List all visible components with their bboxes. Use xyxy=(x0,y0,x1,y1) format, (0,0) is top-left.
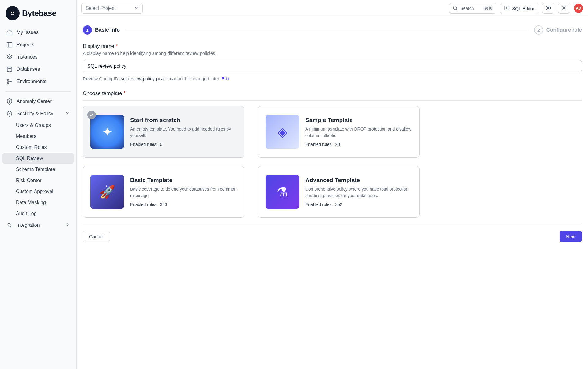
svg-line-12 xyxy=(456,9,457,10)
gear-icon xyxy=(561,5,567,12)
avatar-initials: AD xyxy=(576,6,581,10)
wizard-steps: 1 Basic info 2 Configure rule xyxy=(83,25,582,35)
sidebar-item-label: Custom Roles xyxy=(16,145,47,150)
sidebar-item-data-masking[interactable]: Data Masking xyxy=(2,197,74,208)
footer-divider xyxy=(83,225,582,225)
sidebar-item-users-groups[interactable]: Users & Groups xyxy=(2,120,74,131)
step-connector xyxy=(125,30,529,30)
sidebar-item-databases[interactable]: Databases xyxy=(2,63,74,75)
sidebar-item-label: Security & Policy xyxy=(17,111,53,116)
main: Select Project Search ⌘ K SQL Editor AD xyxy=(77,0,588,369)
layers-icon xyxy=(6,54,13,60)
sidebar: Bytebase My Issues Projects Instances Da… xyxy=(0,0,77,369)
required-indicator: * xyxy=(123,90,126,96)
svg-point-6 xyxy=(7,79,9,81)
project-selector[interactable]: Select Project xyxy=(81,3,143,14)
template-card-sample[interactable]: ◈ Sample Template A minimum template wit… xyxy=(258,106,420,158)
projects-icon xyxy=(6,41,13,48)
link-icon xyxy=(6,222,13,229)
sidebar-item-label: Users & Groups xyxy=(16,123,51,128)
template-illustration-icon: ◈ xyxy=(266,115,299,149)
template-title: Basic Template xyxy=(130,177,237,184)
cancel-button[interactable]: Cancel xyxy=(83,231,110,242)
svg-point-0 xyxy=(9,10,16,17)
sidebar-item-custom-approval[interactable]: Custom Approval xyxy=(2,186,74,197)
avatar[interactable]: AD xyxy=(574,4,583,13)
choose-template-label: Choose template * xyxy=(83,90,582,97)
sidebar-item-label: Data Masking xyxy=(16,200,46,205)
template-illustration-icon: 🚀 xyxy=(90,175,124,209)
svg-rect-3 xyxy=(7,43,9,47)
sidebar-item-security-policy[interactable]: Security & Policy xyxy=(2,108,74,120)
shield-alert-icon xyxy=(6,98,13,105)
template-description: An empty template. You need to add neede… xyxy=(130,126,237,139)
sidebar-item-my-issues[interactable]: My Issues xyxy=(2,26,74,39)
chevron-down-icon xyxy=(134,5,139,11)
nav-divider xyxy=(6,91,71,92)
sidebar-item-label: Audit Log xyxy=(16,211,37,216)
brand-name: Bytebase xyxy=(22,9,56,18)
sidebar-item-anomaly-center[interactable]: Anomaly Center xyxy=(2,95,74,108)
search-icon xyxy=(452,5,458,12)
sidebar-item-label: Projects xyxy=(17,42,34,48)
sidebar-item-sql-review[interactable]: SQL Review xyxy=(2,153,74,164)
display-name-input[interactable] xyxy=(83,60,582,72)
template-title: Start from scratch xyxy=(130,117,237,124)
step-number: 2 xyxy=(534,25,543,35)
review-config-id: sql-review-policy-pxat xyxy=(121,76,165,81)
brand-logo[interactable]: Bytebase xyxy=(2,4,74,26)
sidebar-item-projects[interactable]: Projects xyxy=(2,39,74,51)
sidebar-item-label: Environments xyxy=(17,79,47,84)
template-card-basic[interactable]: 🚀 Basic Template Basic coverage to defen… xyxy=(83,166,244,218)
shield-check-icon xyxy=(6,110,13,117)
template-title: Advanced Template xyxy=(305,177,412,184)
sql-editor-label: SQL Editor xyxy=(512,6,534,11)
home-icon xyxy=(6,29,13,36)
step-number: 1 xyxy=(83,25,92,35)
sql-editor-button[interactable]: SQL Editor xyxy=(500,3,538,14)
sidebar-item-environments[interactable]: Environments xyxy=(2,75,74,88)
sidebar-item-integration[interactable]: Integration xyxy=(2,219,74,231)
database-icon xyxy=(6,66,13,73)
circle-dot-icon xyxy=(545,5,551,12)
search-input[interactable]: Search ⌘ K xyxy=(449,3,496,14)
template-rules-count: Enabled rules:343 xyxy=(130,202,237,207)
sidebar-item-label: SQL Review xyxy=(16,156,43,161)
svg-point-16 xyxy=(564,7,565,9)
review-config-id-line: Review Config ID: sql-review-policy-pxat… xyxy=(83,76,582,81)
settings-button[interactable] xyxy=(558,3,570,14)
svg-point-1 xyxy=(11,12,12,13)
sidebar-item-instances[interactable]: Instances xyxy=(2,51,74,63)
template-rules-count: Enabled rules:20 xyxy=(305,142,412,147)
sidebar-item-label: Schema Template xyxy=(16,167,55,172)
terminal-icon xyxy=(504,5,510,12)
record-button[interactable] xyxy=(542,3,554,14)
template-illustration-icon: ✦ xyxy=(90,115,124,149)
sidebar-item-members[interactable]: Members xyxy=(2,131,74,142)
template-card-advanced[interactable]: ⚗ Advanced Template Comprehensive policy… xyxy=(258,166,420,218)
next-button[interactable]: Next xyxy=(560,231,582,242)
template-card-scratch[interactable]: ✦ Start from scratch An empty template. … xyxy=(83,106,244,158)
branch-icon xyxy=(6,78,13,85)
sidebar-item-label: Custom Approval xyxy=(16,189,53,194)
template-title: Sample Template xyxy=(305,117,412,124)
template-description: A minimum template with DROP protection … xyxy=(305,126,412,139)
svg-rect-4 xyxy=(9,43,12,47)
svg-point-11 xyxy=(453,6,457,10)
sidebar-item-schema-template[interactable]: Schema Template xyxy=(2,164,74,175)
edit-review-id-link[interactable]: Edit xyxy=(222,76,230,81)
search-placeholder: Search xyxy=(460,6,474,11)
project-selector-label: Select Project xyxy=(85,6,116,11)
sidebar-item-custom-roles[interactable]: Custom Roles xyxy=(2,142,74,153)
display-name-label: Display name * xyxy=(83,43,582,49)
svg-point-8 xyxy=(11,81,12,82)
brand-mark-icon xyxy=(6,6,20,20)
sidebar-item-audit-log[interactable]: Audit Log xyxy=(2,208,74,219)
sidebar-item-label: My Issues xyxy=(17,30,39,35)
required-indicator: * xyxy=(116,43,118,49)
svg-point-2 xyxy=(13,12,14,13)
template-illustration-icon: ⚗ xyxy=(266,175,299,209)
sidebar-item-risk-center[interactable]: Risk Center xyxy=(2,175,74,186)
sidebar-item-label: Integration xyxy=(17,223,40,228)
step-configure-rule: 2 Configure rule xyxy=(534,25,582,35)
